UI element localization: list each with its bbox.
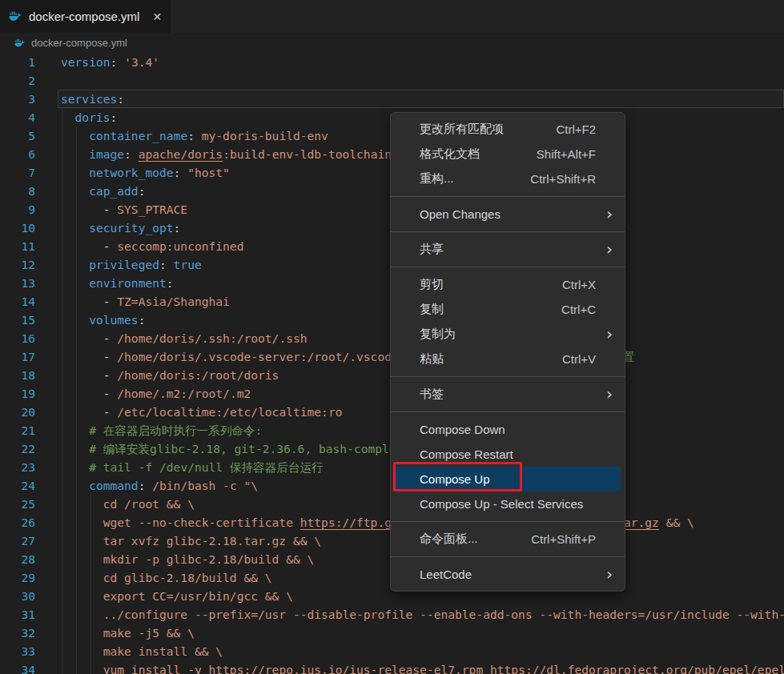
line-number: 10 [0, 219, 35, 237]
code-text: command: /bin/bash -c "\ [61, 479, 258, 492]
code-text: # tail -f /dev/null 保持容器后台运行 [61, 460, 324, 474]
code-text: security_opt: [61, 221, 180, 235]
code-line[interactable]: 34 yum install -y https://repo.ius.io/iu… [0, 660, 784, 674]
code-text: volumes: [61, 313, 145, 327]
menu-item-compose-up-select-services[interactable]: Compose Up - Select Services [395, 491, 621, 516]
menu-item-paste[interactable]: 粘贴Ctrl+V [395, 347, 621, 371]
menu-item-label: 重构... [420, 171, 530, 187]
line-number: 33 [0, 642, 35, 660]
menu-item-label: 格式化文档 [420, 146, 537, 162]
line-number: 28 [0, 550, 35, 568]
line-number: 11 [0, 237, 35, 255]
menu-item-compose-restart[interactable]: Compose Restart [395, 442, 621, 467]
line-number: 2 [0, 71, 35, 90]
menu-separator [391, 556, 625, 557]
line-number: 12 [0, 255, 35, 274]
code-text: network_mode: "host" [61, 166, 230, 179]
menu-item-copy-as[interactable]: 复制为› [395, 322, 621, 347]
menu-item-copy[interactable]: 复制Ctrl+C [395, 297, 621, 322]
line-number: 17 [0, 347, 35, 366]
code-line[interactable]: 2 [0, 71, 784, 90]
code-text: environment: [61, 276, 174, 290]
code-text: - seccomp:unconfined [61, 239, 243, 253]
menu-item-label: 复制为 [420, 327, 596, 342]
close-icon[interactable]: ✕ [152, 10, 162, 23]
code-text: cd /root && \ [61, 497, 195, 511]
line-number: 3 [0, 90, 35, 108]
chevron-right-icon: › [606, 203, 613, 223]
menu-item-format-document[interactable]: 格式化文档Shift+Alt+F [395, 142, 621, 166]
line-number: 25 [0, 495, 35, 513]
menu-separator [391, 411, 625, 412]
code-text: ../configure --prefix=/usr --disable-pro… [61, 608, 784, 621]
code-line[interactable]: 31 ../configure --prefix=/usr --disable-… [0, 605, 784, 624]
tab-bar: docker-compose.yml ✕ [0, 0, 784, 33]
code-text: tar xvfz glibc-2.18.tar.gz && \ [61, 534, 321, 548]
code-text: privileged: true [61, 258, 202, 271]
line-number: 19 [0, 384, 35, 403]
menu-item-leetcode[interactable]: LeetCode› [395, 562, 621, 587]
menu-separator [391, 267, 625, 267]
code-text: export CC=/usr/bin/gcc && \ [61, 589, 293, 603]
menu-item-open-changes[interactable]: Open Changes› [395, 202, 621, 227]
menu-item-compose-down[interactable]: Compose Down [395, 417, 621, 442]
menu-item-share[interactable]: 共享› [395, 237, 621, 262]
line-number: 34 [0, 660, 35, 674]
tab-title: docker-compose.yml [29, 10, 139, 23]
code-text: mkdir -p glibc-2.18/build && \ [61, 552, 314, 566]
menu-item-shortcut: Ctrl+V [562, 352, 596, 366]
code-line[interactable]: 3services: [0, 90, 784, 108]
docker-whale-icon [9, 10, 22, 23]
line-number: 23 [0, 458, 35, 476]
line-number: 18 [0, 366, 35, 384]
menu-item-label: 更改所有匹配项 [420, 122, 556, 137]
menu-item-label: LeetCode [420, 568, 596, 581]
line-number: 30 [0, 587, 35, 605]
code-text: cd glibc-2.18/build && \ [61, 571, 272, 584]
code-text: - /home/doris:/root/doris [61, 368, 279, 382]
code-text: - /etc/localtime:/etc/localtime:ro [61, 405, 342, 419]
code-text: - /home/doris/.ssh:/root/.ssh [61, 331, 308, 345]
menu-item-cut[interactable]: 剪切Ctrl+X [395, 272, 621, 297]
breadcrumb[interactable]: docker-compose.yml [0, 33, 784, 53]
menu-item-change-all-occurrences[interactable]: 更改所有匹配项Ctrl+F2 [395, 117, 621, 142]
code-line[interactable]: 32 make -j5 && \ [0, 624, 784, 642]
menu-item-bookmarks[interactable]: 书签› [395, 382, 621, 407]
line-number: 14 [0, 292, 35, 311]
code-text: - SYS_PTRACE [61, 203, 187, 216]
code-line[interactable]: 1version: '3.4' [0, 53, 784, 71]
line-number: 8 [0, 182, 35, 200]
chevron-right-icon: › [606, 383, 613, 403]
menu-item-shortcut: Ctrl+F2 [556, 122, 596, 136]
code-text: # 在容器启动时执行一系列命令: [61, 423, 262, 437]
line-number: 29 [0, 568, 35, 587]
menu-item-shortcut: Ctrl+Shift+R [530, 172, 596, 186]
menu-item-label: 书签 [420, 387, 596, 402]
code-line[interactable]: 33 make install && \ [0, 642, 784, 660]
menu-separator [391, 196, 625, 197]
context-menu: 更改所有匹配项Ctrl+F2格式化文档Shift+Alt+F重构...Ctrl+… [390, 112, 625, 592]
menu-item-label: Compose Up [420, 472, 596, 486]
code-text: make install && \ [61, 644, 223, 658]
tab-docker-compose-yml[interactable]: docker-compose.yml ✕ [0, 0, 171, 33]
menu-item-label: 命令面板... [420, 532, 531, 547]
menu-item-shortcut: Ctrl+C [561, 303, 596, 316]
menu-item-label: Open Changes [420, 207, 596, 221]
menu-item-label: Compose Restart [420, 447, 596, 461]
code-text: version: '3.4' [61, 55, 159, 69]
code-text: - /home/.m2:/root/.m2 [61, 387, 251, 400]
menu-item-refactor[interactable]: 重构...Ctrl+Shift+R [395, 166, 621, 191]
menu-item-command-palette[interactable]: 命令面板...Ctrl+Shift+P [395, 527, 621, 552]
chevron-right-icon: › [606, 239, 613, 258]
code-text: container_name: my-doris-build-env [61, 129, 328, 142]
code-text: services: [61, 92, 124, 106]
menu-item-compose-up[interactable]: Compose Up [395, 467, 621, 491]
menu-separator [391, 231, 625, 232]
line-number: 13 [0, 274, 35, 292]
menu-item-shortcut: Ctrl+Shift+P [531, 532, 596, 546]
line-number: 6 [0, 145, 35, 163]
menu-item-label: Compose Up - Select Services [420, 497, 596, 511]
line-number: 26 [0, 513, 35, 532]
code-text: - TZ=Asia/Shanghai [61, 295, 230, 308]
line-number: 4 [0, 108, 35, 126]
